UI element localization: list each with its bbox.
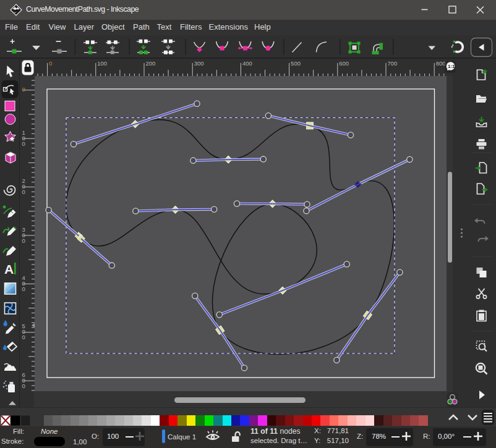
svg-text:0: 0 — [49, 60, 52, 67]
svg-text:500: 500 — [291, 60, 301, 67]
svg-text:0: 0 — [22, 285, 25, 292]
svg-text:A: A — [4, 262, 14, 276]
svg-text:100: 100 — [97, 60, 107, 67]
svg-text:0: 0 — [22, 140, 25, 147]
svg-text:0: 0 — [22, 382, 25, 389]
svg-text:400: 400 — [242, 60, 252, 67]
svg-text:0: 0 — [22, 334, 25, 340]
svg-text:0: 0 — [22, 86, 25, 93]
svg-text:200: 200 — [146, 60, 156, 67]
svg-text:0: 0 — [22, 188, 25, 195]
svg-text:1:1: 1:1 — [448, 64, 455, 69]
svg-text:700: 700 — [388, 60, 398, 67]
svg-text:600: 600 — [339, 60, 349, 67]
svg-text:0: 0 — [22, 237, 25, 244]
svg-text:300: 300 — [194, 60, 204, 67]
